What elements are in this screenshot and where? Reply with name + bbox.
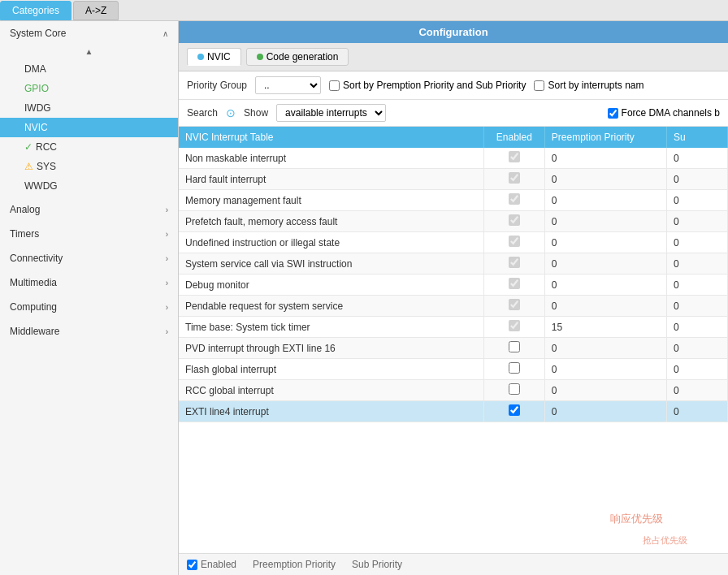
tab-categories[interactable]: Categories bbox=[0, 1, 72, 20]
preemption-priority-value: 0 bbox=[544, 296, 666, 317]
sidebar-group-system-core[interactable]: System Core ∧ bbox=[0, 21, 178, 45]
interrupt-enabled-cell bbox=[483, 148, 544, 169]
sidebar-item-gpio[interactable]: GPIO bbox=[0, 79, 178, 98]
interrupt-enabled-cell bbox=[483, 380, 544, 401]
interrupt-enabled-checkbox[interactable] bbox=[509, 404, 520, 416]
sidebar-group-connectivity[interactable]: Connectivity › bbox=[0, 246, 178, 270]
sort-interrupts-label: Sort by interrupts nam bbox=[548, 80, 644, 91]
col-header-sub: Su bbox=[666, 127, 727, 148]
analog-label: Analog bbox=[10, 204, 40, 215]
check-icon: ✓ bbox=[24, 141, 32, 153]
chevron-right-icon-multimedia: › bbox=[166, 279, 168, 288]
interrupt-name: System service call via SWI instruction bbox=[179, 253, 483, 275]
sub-priority-value: 0 bbox=[666, 211, 727, 232]
config-tabs: NVIC Code generation bbox=[179, 43, 728, 71]
sidebar-group-middleware[interactable]: Middleware › bbox=[0, 319, 178, 344]
interrupt-name: PVD interrupt through EXTI line 16 bbox=[179, 338, 483, 359]
sidebar-group-multimedia[interactable]: Multimedia › bbox=[0, 270, 178, 295]
preemption-priority-value: 0 bbox=[544, 253, 666, 275]
collapse-arrow-icon[interactable]: ▲ bbox=[85, 47, 93, 56]
tab-code-generation[interactable]: Code generation bbox=[246, 48, 349, 66]
interrupt-table-container: NVIC Interrupt Table Enabled Preemption … bbox=[179, 127, 728, 553]
sidebar-item-nvic[interactable]: NVIC bbox=[0, 118, 178, 137]
main-layout: System Core ∧ ▲ DMA GPIO IWDG NVIC ✓ RCC… bbox=[0, 21, 728, 575]
table-row: Debug monitor00 bbox=[179, 275, 728, 296]
interrupt-name: Time base: System tick timer bbox=[179, 317, 483, 338]
sidebar-item-dma[interactable]: DMA bbox=[0, 59, 178, 79]
force-dma-label: Force DMA channels b bbox=[622, 107, 720, 119]
preemption-priority-value: 0 bbox=[544, 232, 666, 253]
priority-group-label: Priority Group bbox=[187, 80, 247, 91]
interrupt-enabled-checkbox[interactable] bbox=[509, 236, 520, 247]
col-header-name: NVIC Interrupt Table bbox=[179, 127, 483, 148]
chevron-right-icon-connectivity: › bbox=[166, 254, 168, 263]
collapse-btn[interactable]: ▲ bbox=[0, 45, 178, 58]
show-select[interactable]: available interrupts all interrupts bbox=[276, 104, 386, 122]
interrupt-enabled-cell bbox=[483, 317, 544, 338]
search-icon[interactable]: ⊙ bbox=[226, 106, 236, 119]
interrupt-enabled-cell bbox=[483, 275, 544, 296]
sidebar-item-rcc[interactable]: ✓ RCC bbox=[0, 137, 178, 157]
sub-priority-value: 0 bbox=[666, 317, 727, 338]
tab-atoz[interactable]: A->Z bbox=[73, 1, 119, 20]
preemption-priority-value: 0 bbox=[544, 338, 666, 359]
table-row: Non maskable interrupt00 bbox=[179, 148, 728, 169]
priority-group-select[interactable]: .. 0 - 4 bits 1 - 3 bits 2 - 2 bits 3 - … bbox=[255, 76, 321, 94]
sidebar: System Core ∧ ▲ DMA GPIO IWDG NVIC ✓ RCC… bbox=[0, 21, 179, 575]
sidebar-item-sys[interactable]: ⚠ SYS bbox=[0, 157, 178, 176]
interrupt-enabled-checkbox[interactable] bbox=[509, 151, 520, 162]
sub-priority-value: 0 bbox=[666, 401, 727, 422]
controls-row: Priority Group .. 0 - 4 bits 1 - 3 bits … bbox=[179, 71, 728, 100]
preemption-priority-value: 0 bbox=[544, 148, 666, 169]
preemption-priority-value: 15 bbox=[544, 317, 666, 338]
interrupt-enabled-cell bbox=[483, 359, 544, 380]
preemption-priority-value: 0 bbox=[544, 190, 666, 211]
preemption-priority-value: 0 bbox=[544, 211, 666, 232]
chevron-right-icon-computing: › bbox=[166, 303, 168, 312]
table-row: System service call via SWI instruction0… bbox=[179, 253, 728, 275]
sidebar-group-computing[interactable]: Computing › bbox=[0, 295, 178, 319]
interrupt-enabled-checkbox[interactable] bbox=[509, 320, 520, 331]
timers-label: Timers bbox=[10, 228, 39, 240]
chevron-down-icon: ∧ bbox=[162, 29, 168, 38]
sub-priority-value: 0 bbox=[666, 232, 727, 253]
content-header: Configuration bbox=[179, 21, 728, 43]
interrupt-enabled-checkbox[interactable] bbox=[509, 172, 520, 184]
search-row: Search ⊙ Show available interrupts all i… bbox=[179, 100, 728, 127]
sort-interrupts-check-group: Sort by interrupts nam bbox=[534, 80, 644, 91]
sidebar-item-wwdg[interactable]: WWDG bbox=[0, 176, 178, 196]
tab-nvic[interactable]: NVIC bbox=[187, 48, 241, 66]
preemption-priority-value: 0 bbox=[544, 380, 666, 401]
sort-premption-label: Sort by Premption Priority and Sub Prior… bbox=[343, 80, 526, 91]
interrupt-enabled-checkbox[interactable] bbox=[509, 383, 520, 395]
interrupt-enabled-cell bbox=[483, 169, 544, 190]
force-dma-checkbox[interactable] bbox=[608, 108, 618, 119]
sidebar-group-label: System Core bbox=[10, 28, 66, 39]
interrupt-enabled-checkbox[interactable] bbox=[509, 299, 520, 310]
interrupt-enabled-checkbox[interactable] bbox=[509, 362, 520, 374]
sort-premption-checkbox[interactable] bbox=[329, 80, 340, 91]
interrupt-name: Prefetch fault, memory access fault bbox=[179, 211, 483, 232]
interrupt-name: Hard fault interrupt bbox=[179, 169, 483, 190]
sub-priority-value: 0 bbox=[666, 169, 727, 190]
interrupt-enabled-cell bbox=[483, 190, 544, 211]
sidebar-item-iwdg[interactable]: IWDG bbox=[0, 98, 178, 118]
chevron-right-icon-timers: › bbox=[166, 230, 168, 239]
interrupt-enabled-checkbox[interactable] bbox=[509, 214, 520, 226]
interrupt-enabled-checkbox[interactable] bbox=[509, 257, 520, 268]
show-label: Show bbox=[244, 107, 268, 119]
sort-premption-check-group: Sort by Premption Priority and Sub Prior… bbox=[329, 80, 526, 91]
sort-interrupts-checkbox[interactable] bbox=[534, 80, 544, 91]
interrupt-enabled-checkbox[interactable] bbox=[509, 193, 520, 205]
sidebar-group-timers[interactable]: Timers › bbox=[0, 222, 178, 246]
sidebar-group-analog[interactable]: Analog › bbox=[0, 197, 178, 222]
table-row: RCC global interrupt00 bbox=[179, 380, 728, 401]
interrupt-enabled-checkbox[interactable] bbox=[509, 278, 520, 289]
table-row: Hard fault interrupt00 bbox=[179, 169, 728, 190]
table-row: EXTI line4 interrupt00 bbox=[179, 401, 728, 422]
sub-priority-value: 0 bbox=[666, 296, 727, 317]
table-row: Flash global interrupt00 bbox=[179, 359, 728, 380]
connectivity-label: Connectivity bbox=[10, 253, 63, 264]
sub-priority-value: 0 bbox=[666, 359, 727, 380]
interrupt-enabled-checkbox[interactable] bbox=[509, 341, 520, 352]
